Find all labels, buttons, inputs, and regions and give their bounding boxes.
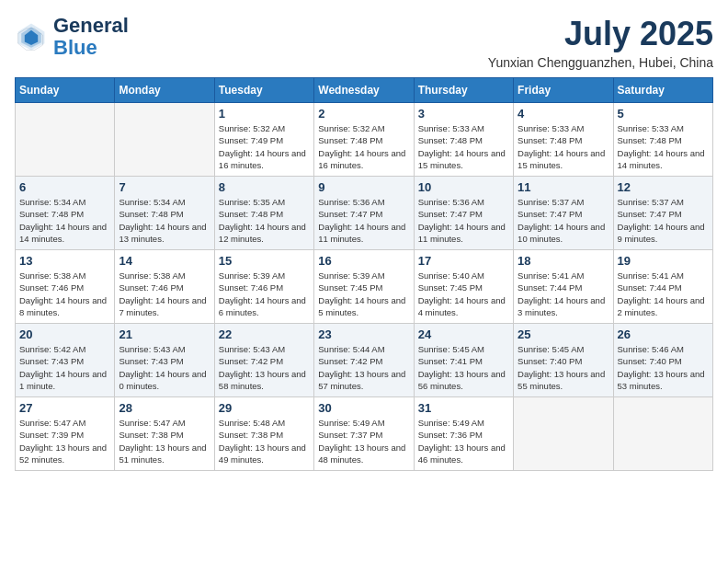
calendar-cell: 7Sunrise: 5:34 AMSunset: 7:48 PMDaylight… — [115, 177, 214, 250]
day-info: Sunrise: 5:36 AMSunset: 7:47 PMDaylight:… — [418, 196, 509, 245]
calendar-cell: 6Sunrise: 5:34 AMSunset: 7:48 PMDaylight… — [16, 177, 115, 250]
day-info: Sunrise: 5:32 AMSunset: 7:49 PMDaylight:… — [219, 122, 310, 171]
calendar-cell: 23Sunrise: 5:44 AMSunset: 7:42 PMDayligh… — [314, 324, 414, 397]
calendar-week-row: 13Sunrise: 5:38 AMSunset: 7:46 PMDayligh… — [16, 250, 713, 324]
logo-text: General Blue — [53, 15, 129, 59]
calendar-header-monday: Monday — [115, 78, 214, 103]
day-number: 8 — [219, 180, 310, 194]
day-number: 31 — [418, 401, 509, 415]
calendar-cell: 29Sunrise: 5:48 AMSunset: 7:38 PMDayligh… — [214, 397, 313, 471]
day-number: 19 — [618, 254, 709, 268]
calendar-cell: 10Sunrise: 5:36 AMSunset: 7:47 PMDayligh… — [414, 177, 513, 250]
day-info: Sunrise: 5:41 AMSunset: 7:44 PMDaylight:… — [518, 270, 609, 318]
logo-icon — [15, 20, 48, 53]
day-number: 18 — [518, 254, 609, 268]
calendar-cell — [115, 103, 214, 177]
calendar-cell: 5Sunrise: 5:33 AMSunset: 7:48 PMDaylight… — [613, 103, 712, 177]
day-info: Sunrise: 5:47 AMSunset: 7:38 PMDaylight:… — [119, 417, 210, 465]
calendar-cell: 21Sunrise: 5:43 AMSunset: 7:43 PMDayligh… — [115, 324, 214, 397]
day-number: 11 — [518, 180, 609, 194]
calendar-cell: 15Sunrise: 5:39 AMSunset: 7:46 PMDayligh… — [214, 250, 313, 324]
calendar-cell: 31Sunrise: 5:49 AMSunset: 7:36 PMDayligh… — [414, 397, 513, 471]
calendar-header-sunday: Sunday — [16, 78, 115, 103]
day-number: 29 — [219, 401, 310, 415]
day-info: Sunrise: 5:47 AMSunset: 7:39 PMDaylight:… — [19, 417, 110, 465]
day-info: Sunrise: 5:36 AMSunset: 7:47 PMDaylight:… — [318, 196, 409, 245]
day-number: 9 — [318, 180, 409, 194]
calendar-cell — [514, 397, 613, 471]
calendar-cell — [613, 397, 712, 471]
calendar-cell: 9Sunrise: 5:36 AMSunset: 7:47 PMDaylight… — [314, 177, 414, 250]
day-number: 21 — [119, 327, 210, 341]
day-info: Sunrise: 5:39 AMSunset: 7:45 PMDaylight:… — [318, 270, 409, 318]
day-info: Sunrise: 5:38 AMSunset: 7:46 PMDaylight:… — [119, 270, 210, 318]
day-info: Sunrise: 5:49 AMSunset: 7:37 PMDaylight:… — [318, 417, 409, 465]
day-number: 22 — [219, 327, 310, 341]
day-number: 1 — [219, 107, 310, 121]
calendar-cell: 16Sunrise: 5:39 AMSunset: 7:45 PMDayligh… — [314, 250, 414, 324]
day-number: 28 — [119, 401, 210, 415]
calendar-cell: 4Sunrise: 5:33 AMSunset: 7:48 PMDaylight… — [514, 103, 613, 177]
calendar-cell: 14Sunrise: 5:38 AMSunset: 7:46 PMDayligh… — [115, 250, 214, 324]
calendar-cell: 18Sunrise: 5:41 AMSunset: 7:44 PMDayligh… — [514, 250, 613, 324]
day-info: Sunrise: 5:45 AMSunset: 7:40 PMDaylight:… — [518, 343, 609, 392]
day-number: 27 — [19, 401, 110, 415]
day-number: 13 — [19, 254, 110, 268]
calendar-cell: 20Sunrise: 5:42 AMSunset: 7:43 PMDayligh… — [16, 324, 115, 397]
day-info: Sunrise: 5:33 AMSunset: 7:48 PMDaylight:… — [618, 122, 709, 171]
day-info: Sunrise: 5:39 AMSunset: 7:46 PMDaylight:… — [219, 270, 310, 318]
month-title: July 2025 — [488, 15, 713, 53]
day-number: 17 — [418, 254, 509, 268]
day-number: 2 — [318, 107, 409, 121]
day-info: Sunrise: 5:34 AMSunset: 7:48 PMDaylight:… — [119, 196, 210, 245]
calendar: SundayMondayTuesdayWednesdayThursdayFrid… — [15, 77, 713, 471]
calendar-week-row: 27Sunrise: 5:47 AMSunset: 7:39 PMDayligh… — [16, 397, 713, 471]
calendar-cell: 11Sunrise: 5:37 AMSunset: 7:47 PMDayligh… — [514, 177, 613, 250]
day-info: Sunrise: 5:45 AMSunset: 7:41 PMDaylight:… — [418, 343, 509, 392]
day-number: 20 — [19, 327, 110, 341]
calendar-header-friday: Friday — [514, 78, 613, 103]
calendar-header-row: SundayMondayTuesdayWednesdayThursdayFrid… — [16, 78, 713, 103]
day-info: Sunrise: 5:49 AMSunset: 7:36 PMDaylight:… — [418, 417, 509, 465]
calendar-cell: 30Sunrise: 5:49 AMSunset: 7:37 PMDayligh… — [314, 397, 414, 471]
day-info: Sunrise: 5:33 AMSunset: 7:48 PMDaylight:… — [418, 122, 509, 171]
day-info: Sunrise: 5:37 AMSunset: 7:47 PMDaylight:… — [618, 196, 709, 245]
day-info: Sunrise: 5:41 AMSunset: 7:44 PMDaylight:… — [618, 270, 709, 318]
day-number: 14 — [119, 254, 210, 268]
calendar-week-row: 20Sunrise: 5:42 AMSunset: 7:43 PMDayligh… — [16, 324, 713, 397]
logo: General Blue — [15, 15, 129, 59]
title-area: July 2025 Yunxian Chengguanzhen, Hubei, … — [488, 15, 713, 70]
calendar-cell: 8Sunrise: 5:35 AMSunset: 7:48 PMDaylight… — [214, 177, 313, 250]
day-info: Sunrise: 5:48 AMSunset: 7:38 PMDaylight:… — [219, 417, 310, 465]
calendar-cell: 24Sunrise: 5:45 AMSunset: 7:41 PMDayligh… — [414, 324, 513, 397]
day-number: 26 — [618, 327, 709, 341]
calendar-cell: 12Sunrise: 5:37 AMSunset: 7:47 PMDayligh… — [613, 177, 712, 250]
day-number: 12 — [618, 180, 709, 194]
day-info: Sunrise: 5:46 AMSunset: 7:40 PMDaylight:… — [618, 343, 709, 392]
calendar-header-tuesday: Tuesday — [214, 78, 313, 103]
calendar-week-row: 6Sunrise: 5:34 AMSunset: 7:48 PMDaylight… — [16, 177, 713, 250]
day-info: Sunrise: 5:42 AMSunset: 7:43 PMDaylight:… — [19, 343, 110, 392]
calendar-cell: 3Sunrise: 5:33 AMSunset: 7:48 PMDaylight… — [414, 103, 513, 177]
day-number: 24 — [418, 327, 509, 341]
day-info: Sunrise: 5:38 AMSunset: 7:46 PMDaylight:… — [19, 270, 110, 318]
calendar-cell: 25Sunrise: 5:45 AMSunset: 7:40 PMDayligh… — [514, 324, 613, 397]
day-number: 6 — [19, 180, 110, 194]
calendar-cell: 19Sunrise: 5:41 AMSunset: 7:44 PMDayligh… — [613, 250, 712, 324]
day-info: Sunrise: 5:43 AMSunset: 7:43 PMDaylight:… — [119, 343, 210, 392]
day-number: 7 — [119, 180, 210, 194]
calendar-cell: 26Sunrise: 5:46 AMSunset: 7:40 PMDayligh… — [613, 324, 712, 397]
day-info: Sunrise: 5:32 AMSunset: 7:48 PMDaylight:… — [318, 122, 409, 171]
day-info: Sunrise: 5:37 AMSunset: 7:47 PMDaylight:… — [518, 196, 609, 245]
calendar-header-thursday: Thursday — [414, 78, 513, 103]
day-info: Sunrise: 5:34 AMSunset: 7:48 PMDaylight:… — [19, 196, 110, 245]
calendar-cell: 1Sunrise: 5:32 AMSunset: 7:49 PMDaylight… — [214, 103, 313, 177]
header: General Blue July 2025 Yunxian Chengguan… — [15, 15, 713, 70]
day-number: 3 — [418, 107, 509, 121]
calendar-cell: 13Sunrise: 5:38 AMSunset: 7:46 PMDayligh… — [16, 250, 115, 324]
day-number: 10 — [418, 180, 509, 194]
calendar-cell: 2Sunrise: 5:32 AMSunset: 7:48 PMDaylight… — [314, 103, 414, 177]
day-info: Sunrise: 5:40 AMSunset: 7:45 PMDaylight:… — [418, 270, 509, 318]
calendar-cell: 17Sunrise: 5:40 AMSunset: 7:45 PMDayligh… — [414, 250, 513, 324]
day-info: Sunrise: 5:33 AMSunset: 7:48 PMDaylight:… — [518, 122, 609, 171]
